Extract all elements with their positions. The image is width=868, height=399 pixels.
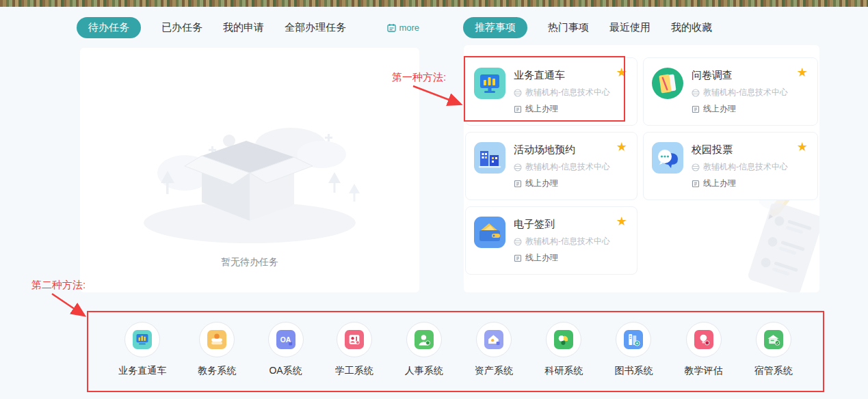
survey-folder-icon [652, 68, 683, 99]
quick-app-teaching-evaluation[interactable]: 教学评估 [685, 322, 723, 377]
tab-my-favorites[interactable]: 我的收藏 [671, 21, 712, 34]
app-label: 教学评估 [685, 365, 723, 377]
card-channel: 线上办理 [703, 103, 736, 115]
tab-recently-used[interactable]: 最近使用 [609, 21, 650, 34]
app-label: 教务系统 [198, 365, 236, 377]
research-flask-icon [554, 330, 573, 349]
app-label: 学工系统 [335, 365, 373, 377]
todo-panel: 暂无待办任务 [80, 48, 419, 292]
app-label: 业务直通车 [118, 365, 166, 377]
channel-icon [692, 105, 700, 113]
card-channel: 线上办理 [525, 252, 558, 264]
bulb-icon [694, 330, 713, 349]
empty-state-text: 暂无待办任务 [221, 256, 278, 269]
app-circle: OA [268, 322, 304, 357]
card-title: 校园投票 [692, 143, 788, 156]
quick-app-hr[interactable]: 人事系统 [405, 322, 443, 377]
service-card-e-signin[interactable]: 电子签到 教辅机构-信息技术中心 线上办理 ★ [465, 206, 637, 275]
card-org: 教辅机构-信息技术中心 [525, 236, 610, 247]
app-label: 人事系统 [405, 365, 443, 377]
tab-my-applications[interactable]: 我的申请 [223, 21, 264, 34]
book-icon [207, 330, 226, 349]
tab-recommended[interactable]: 推荐事项 [463, 17, 527, 38]
sign-in-wallet-icon [474, 217, 505, 248]
card-org: 教辅机构-信息技术中心 [703, 161, 788, 173]
library-icon [624, 330, 643, 349]
org-icon [692, 89, 700, 97]
quick-app-academic-affairs[interactable]: 教务系统 [198, 322, 236, 377]
card-channel: 线上办理 [703, 178, 736, 189]
quick-app-assets[interactable]: 资产系统 [475, 322, 513, 377]
org-icon [514, 89, 522, 97]
card-org: 教辅机构-信息技术中心 [525, 87, 610, 98]
app-circle [546, 322, 581, 357]
monitor-chart-icon [474, 68, 505, 99]
service-card-business-express[interactable]: 业务直通车 教辅机构-信息技术中心 线上办理 ★ [465, 57, 637, 126]
tab-hot-items[interactable]: 热门事项 [548, 21, 589, 34]
app-label: 科研系统 [544, 365, 583, 377]
card-channel: 线上办理 [525, 103, 558, 115]
app-circle [686, 322, 722, 357]
checklist-illustration [740, 204, 819, 292]
card-title: 问卷调查 [692, 69, 788, 82]
app-circle [756, 322, 791, 357]
favorite-star-icon[interactable]: ★ [616, 66, 627, 79]
card-title: 电子签到 [514, 218, 610, 231]
app-circle [337, 322, 372, 357]
campus-photo-banner [0, 0, 868, 7]
service-card-survey[interactable]: 问卷调查 教辅机构-信息技术中心 线上办理 ★ [643, 57, 818, 126]
service-tabs: 推荐事项 热门事项 最近使用 我的收藏 [463, 16, 757, 38]
org-icon [514, 163, 522, 171]
app-circle [616, 322, 651, 357]
channel-icon [514, 105, 522, 113]
tab-all-tasks[interactable]: 全部办理任务 [285, 21, 346, 34]
annotation-method-2: 第二种方法: [31, 279, 86, 292]
service-card-venue-booking[interactable]: 活动场地预约 教辅机构-信息技术中心 线上办理 ★ [465, 132, 637, 200]
more-grid-icon [387, 23, 396, 32]
quick-app-oa[interactable]: OA OA系统 [268, 322, 304, 377]
card-channel: 线上办理 [525, 178, 558, 189]
more-label: more [399, 23, 419, 33]
app-label: OA系统 [269, 365, 302, 377]
quick-app-dormitory[interactable]: 宿管系统 [754, 322, 793, 377]
app-label: 图书系统 [614, 365, 653, 377]
card-title: 业务直通车 [514, 69, 610, 82]
task-tabs: 待办任务 已办任务 我的申请 全部办理任务 more [77, 16, 419, 38]
annotation-method-1: 第一种方法: [392, 71, 446, 84]
favorite-star-icon[interactable]: ★ [797, 141, 808, 153]
org-icon [692, 163, 700, 171]
quick-apps-strip: 业务直通车 教务系统 OA OA系统 学工系统 人事系统 [87, 311, 824, 392]
quick-app-research[interactable]: 科研系统 [544, 322, 583, 377]
favorite-star-icon[interactable]: ★ [616, 215, 627, 228]
dorm-house-icon [764, 330, 783, 349]
channel-icon [692, 180, 700, 188]
tab-todo-tasks[interactable]: 待办任务 [77, 17, 141, 38]
tab-done-tasks[interactable]: 已办任务 [161, 21, 202, 34]
empty-box-illustration [120, 108, 380, 255]
quick-app-library[interactable]: 图书系统 [614, 322, 653, 377]
favorite-star-icon[interactable]: ★ [797, 66, 808, 79]
asset-house-icon [484, 330, 503, 349]
favorite-star-icon[interactable]: ★ [616, 141, 627, 153]
venue-buildings-icon [474, 142, 505, 174]
more-link[interactable]: more [387, 23, 419, 33]
recommended-panel: 业务直通车 教辅机构-信息技术中心 线上办理 ★ [464, 45, 819, 292]
monitor-chart-icon [133, 330, 152, 349]
app-label: 资产系统 [475, 365, 513, 377]
person-icon [415, 330, 434, 349]
quick-app-student-affairs[interactable]: 学工系统 [335, 322, 373, 377]
card-title: 活动场地预约 [514, 143, 610, 156]
portal-page: 待办任务 已办任务 我的申请 全部办理任务 more 推荐事项 热门事项 最近使… [0, 0, 868, 399]
oa-icon: OA [276, 330, 295, 349]
app-circle [199, 322, 235, 357]
student-card-icon [345, 330, 364, 349]
channel-icon [514, 254, 522, 262]
app-label: 宿管系统 [754, 365, 793, 377]
quick-app-business-express[interactable]: 业务直通车 [118, 322, 166, 377]
app-circle [124, 322, 160, 357]
app-circle [406, 322, 442, 357]
card-org: 教辅机构-信息技术中心 [525, 161, 610, 173]
service-card-campus-vote[interactable]: 校园投票 教辅机构-信息技术中心 线上办理 ★ [643, 132, 818, 200]
card-org: 教辅机构-信息技术中心 [703, 87, 788, 98]
org-icon [514, 238, 522, 246]
